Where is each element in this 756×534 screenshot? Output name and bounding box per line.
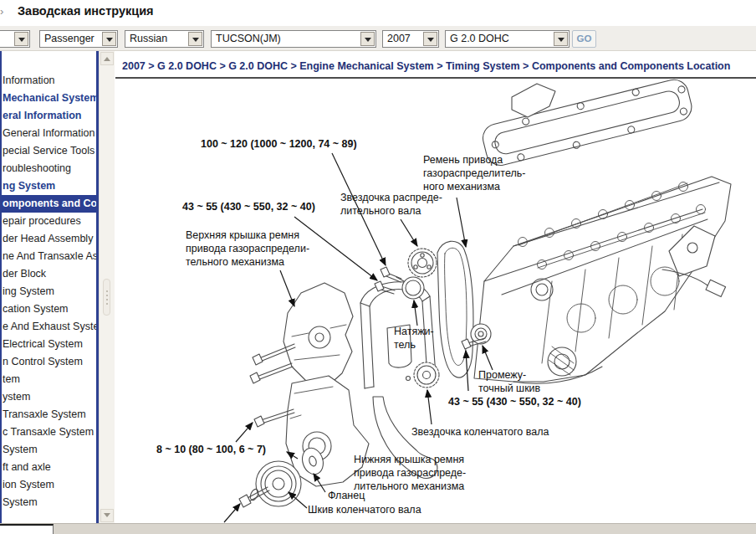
crankshaft-sprocket-art: [406, 362, 440, 388]
timing-belt-art: [437, 241, 473, 377]
chevron-down-icon[interactable]: [423, 32, 437, 46]
breadcrumb-arrow-icon: ›: [0, 5, 3, 18]
vehicle-selector-toolbar: Passenger Russian TUCSON(JM) 2007 G 2.0 …: [0, 26, 756, 51]
leader-arrow-5: [414, 300, 417, 326]
timing-system-diagram: 100 ~ 120 (1000 ~ 1200, 74 ~ 89)43 ~ 55 …: [115, 79, 756, 523]
sidebar-item-13[interactable]: cation System: [0, 300, 96, 318]
diagram-label-torque-cover-bolt: 8 ~ 10 (80 ~ 100, 6 ~ 7): [156, 444, 266, 455]
sidebar-item-24[interactable]: System: [0, 494, 96, 511]
title-bar: › Заводская инструкция: [0, 0, 756, 26]
diagram-label-crankshaft-pulley: Шкив коленчатого вала: [308, 504, 421, 516]
leader-arrow-3: [457, 198, 466, 247]
page-title: Заводская инструкция: [18, 4, 154, 18]
background-window-fragment: [0, 524, 54, 534]
model-select-value: TUCSON(JM): [216, 33, 281, 44]
go-button[interactable]: GO: [572, 30, 596, 48]
triangle-up-icon: [104, 54, 110, 61]
sidebar-item-7[interactable]: omponents and Co: [0, 195, 96, 213]
sidebar-item-0[interactable]: Information: [0, 72, 96, 90]
navigation-tree: InformationMechanical Systemeral Informa…: [0, 51, 96, 523]
diagram-label-flange: Фланец: [328, 490, 365, 501]
tensioner-art: [396, 277, 424, 299]
chevron-down-icon[interactable]: [188, 32, 202, 46]
leader-arrow-4: [280, 270, 294, 306]
diagram-label-crankshaft-sprocket: Звездочка коленчатого вала: [411, 426, 549, 438]
vehicle-type-select-value: Passenger: [44, 33, 94, 44]
sidebar-item-22[interactable]: ft and axle: [0, 459, 96, 476]
sidebar-item-1[interactable]: Mechanical System: [0, 90, 96, 107]
breadcrumb: 2007 > G 2.0 DOHC > G 2.0 DOHC > Engine …: [122, 60, 730, 72]
model-select[interactable]: TUCSON(JM): [211, 30, 376, 48]
engine-select-value: G 2.0 DOHC: [450, 33, 509, 44]
sidebar-item-5[interactable]: roubleshooting: [0, 160, 96, 177]
sidebar-item-3[interactable]: General Information: [0, 125, 96, 142]
leader-arrow-13: [224, 504, 240, 522]
sidebar-item-20[interactable]: c Transaxle System: [0, 424, 96, 441]
year-select-value: 2007: [387, 33, 411, 44]
chevron-down-icon[interactable]: [554, 32, 568, 46]
sidebar-item-17[interactable]: tem: [0, 371, 96, 388]
sidebar-item-4[interactable]: pecial Service Tools: [0, 142, 96, 160]
diagram-label-torque-tensioner-bolt: 43 ~ 55 (430 ~ 550, 32 ~ 40): [182, 201, 315, 213]
sidebar-item-18[interactable]: ystem: [0, 388, 96, 406]
sidebar-item-9[interactable]: der Head Assembly: [0, 230, 96, 248]
region-select[interactable]: [0, 30, 30, 48]
sidebar-item-8[interactable]: epair procedures: [0, 213, 96, 230]
diagram-label-tensioner: Натяжи-тель: [394, 326, 434, 351]
diagram-label-upper-timing-cover: Верхняя крышка ремняпривода газораспреде…: [186, 229, 309, 268]
sidebar-scrollbar[interactable]: [99, 51, 115, 523]
sidebar-item-23[interactable]: ion System: [0, 476, 96, 494]
sidebar-item-16[interactable]: n Control System: [0, 353, 96, 371]
leader-arrow-2: [401, 219, 417, 246]
chevron-down-icon[interactable]: [14, 32, 28, 46]
upper-timing-cover-art: [284, 283, 353, 387]
sidebar-item-19[interactable]: Transaxle System: [0, 406, 96, 424]
language-select[interactable]: Russian: [125, 30, 204, 48]
sidebar-left-edge: [0, 51, 2, 523]
language-select-value: Russian: [130, 33, 167, 44]
chevron-down-icon[interactable]: [102, 32, 116, 46]
sidebar-item-14[interactable]: e And Exhaust Syste: [0, 318, 96, 336]
splitter-grip[interactable]: [103, 279, 110, 316]
engine-block-art: [474, 79, 731, 383]
bottom-window-edge: [0, 523, 756, 534]
leader-arrow-8: [427, 390, 432, 424]
content-area: 2007 > G 2.0 DOHC > G 2.0 DOHC > Engine …: [115, 51, 756, 523]
year-select[interactable]: 2007: [382, 30, 439, 48]
crankshaft-pulley-art: [256, 461, 301, 506]
diagram-label-torque-idler-bolt: 43 ~ 55 (430 ~ 550, 32 ~ 40): [448, 396, 581, 408]
camshaft-sprocket-art: [408, 249, 437, 277]
sidebar-item-12[interactable]: ing System: [0, 283, 96, 300]
scroll-down-button[interactable]: [100, 509, 114, 522]
vehicle-type-select[interactable]: Passenger: [39, 30, 118, 48]
sidebar-item-21[interactable]: System: [0, 441, 96, 459]
sidebar-item-10[interactable]: ne And Transaxle As: [0, 248, 96, 265]
triangle-down-icon: [104, 513, 110, 521]
leader-arrow-9: [236, 423, 253, 442]
diagram-label-lower-timing-cover: Нижняя крышка ремняпривода газораспреде-…: [354, 454, 466, 492]
sidebar-item-2[interactable]: eral Information: [0, 107, 96, 125]
sidebar-item-15[interactable]: Electrical System: [0, 336, 96, 353]
diagram-label-torque-camshaft-bolt: 100 ~ 120 (1000 ~ 1200, 74 ~ 89): [201, 138, 357, 150]
sidebar-item-11[interactable]: der Block: [0, 265, 96, 283]
scroll-up-button[interactable]: [100, 52, 114, 65]
sidebar-item-6[interactable]: ng System: [0, 177, 96, 195]
engine-select[interactable]: G 2.0 DOHC: [445, 30, 570, 48]
diagram-label-camshaft-sprocket: Звездочка распреде-лительного вала: [340, 192, 442, 217]
chevron-down-icon[interactable]: [360, 32, 375, 46]
